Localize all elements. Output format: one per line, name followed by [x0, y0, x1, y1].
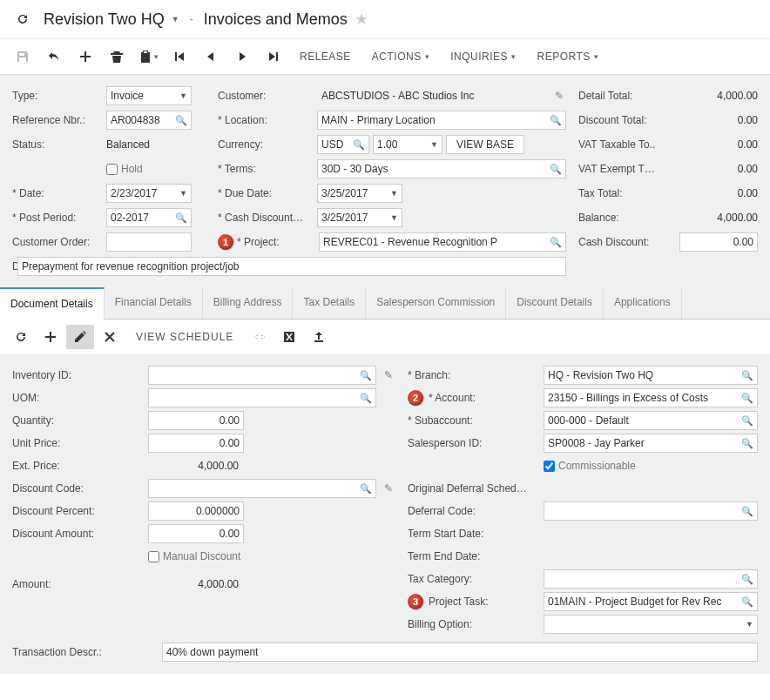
view-schedule-button[interactable]: VIEW SCHEDULE	[125, 326, 244, 348]
amount-value: 4,000.00	[148, 578, 244, 590]
extprice-value: 4,000.00	[148, 460, 244, 472]
save-icon[interactable]	[9, 44, 37, 69]
duedate-input[interactable]: 3/25/2017▼	[317, 184, 402, 203]
favorite-star-icon[interactable]: ★	[355, 10, 368, 29]
defercode-label: Deferral Code:	[408, 505, 538, 517]
discount-total-label: Discount Total:	[578, 114, 647, 126]
currency-input[interactable]: USD🔍	[317, 135, 369, 154]
location-input[interactable]: MAIN - Primary Location🔍	[317, 111, 566, 130]
qty-input[interactable]: 0.00	[148, 411, 244, 430]
cash-discount-label: Cash Discount:	[578, 236, 649, 248]
custorder-input[interactable]	[106, 232, 192, 252]
tab-billing-address[interactable]: Billing Address	[203, 287, 294, 319]
date-input[interactable]: 2/23/2017▼	[106, 184, 192, 203]
inquiries-menu[interactable]: INQUIRIES▾	[442, 45, 524, 68]
uom-label: UOM:	[12, 392, 143, 404]
account-input[interactable]: 23150 - Billings in Excess of Costs🔍	[544, 388, 758, 407]
transdesc-input[interactable]: 40% down payment	[162, 643, 758, 662]
delete-icon[interactable]	[103, 44, 131, 69]
callout-2: 2	[408, 390, 423, 406]
actions-menu[interactable]: ACTIONS▾	[363, 45, 438, 68]
terms-label: Terms:	[218, 163, 314, 175]
termend-label: Term End Date:	[408, 550, 538, 562]
custorder-label: Customer Order:	[12, 236, 103, 248]
grid-upload-icon[interactable]	[305, 325, 333, 349]
reports-menu[interactable]: REPORTS▾	[529, 45, 608, 68]
grid-export-icon[interactable]	[275, 325, 303, 349]
type-select[interactable]: Invoice▼	[106, 86, 192, 105]
next-record-icon[interactable]	[228, 44, 256, 69]
tab-salesperson-commission[interactable]: Salesperson Commission	[366, 287, 506, 319]
tab-discount-details[interactable]: Discount Details	[506, 287, 604, 319]
customer-edit-icon[interactable]: ✎	[552, 90, 566, 102]
grid-add-icon[interactable]	[37, 325, 64, 349]
inventory-label: Inventory ID:	[12, 369, 143, 381]
extprice-label: Ext. Price:	[12, 460, 143, 472]
grid-edit-icon[interactable]	[66, 325, 94, 349]
prev-record-icon[interactable]	[197, 44, 225, 69]
unitprice-input[interactable]: 0.00	[148, 434, 244, 453]
discpct-input[interactable]: 0.000000	[148, 501, 244, 521]
account-label: * Account:	[429, 392, 538, 404]
company-title[interactable]: Revision Two HQ	[44, 10, 165, 29]
grid-delete-icon[interactable]	[96, 325, 124, 349]
refresh-icon[interactable]	[9, 7, 37, 31]
taxcat-label: Tax Category:	[408, 573, 538, 585]
last-record-icon[interactable]	[260, 44, 287, 69]
transdesc-label: Transaction Descr.:	[12, 646, 157, 658]
currency-rate-input[interactable]: 1.00▼	[373, 135, 442, 154]
grid-refresh-icon[interactable]	[7, 325, 35, 349]
detail-total-label: Detail Total:	[578, 90, 632, 102]
status-value: Balanced	[106, 138, 150, 151]
project-input[interactable]: REVREC01 - Revenue Recognition P🔍	[319, 232, 566, 252]
disccode-edit-icon[interactable]: ✎	[382, 482, 395, 495]
project-label: Project:	[237, 236, 315, 248]
inventory-edit-icon[interactable]: ✎	[382, 369, 395, 381]
balance-label: Balance:	[578, 212, 619, 224]
cashdisc-label: Cash Discount…	[218, 212, 314, 224]
discamt-input[interactable]: 0.00	[148, 524, 244, 543]
add-icon[interactable]	[71, 44, 99, 69]
postperiod-input[interactable]: 02-2017🔍	[106, 208, 192, 227]
refnbr-label: Reference Nbr.:	[12, 114, 103, 126]
cashdisc-input[interactable]: 3/25/2017▼	[317, 208, 402, 227]
projecttask-input[interactable]: 01MAIN - Project Budget for Rev Rec🔍	[544, 592, 758, 611]
inventory-input[interactable]: 🔍	[148, 366, 376, 385]
taxcat-input[interactable]: 🔍	[544, 569, 758, 589]
branch-input[interactable]: HQ - Revision Two HQ🔍	[544, 366, 758, 385]
grid-fit-icon[interactable]	[246, 325, 274, 349]
currency-label: Currency:	[218, 138, 314, 151]
description-input[interactable]: Prepayment for revenue recognition proje…	[17, 257, 566, 276]
refnbr-input[interactable]: AR004838🔍	[106, 111, 192, 130]
duedate-label: Due Date:	[218, 187, 314, 199]
commissionable-checkbox[interactable]: Commissionable	[544, 460, 636, 472]
clipboard-icon[interactable]: ▾	[134, 44, 162, 69]
terms-input[interactable]: 30D - 30 Days🔍	[317, 159, 566, 178]
tab-applications[interactable]: Applications	[604, 287, 682, 319]
date-label: Date:	[12, 187, 103, 199]
hold-checkbox[interactable]: Hold	[106, 163, 143, 175]
release-button[interactable]: RELEASE	[291, 45, 360, 68]
unitprice-label: Unit Price:	[12, 437, 143, 449]
termstart-label: Term Start Date:	[408, 528, 538, 540]
billingopt-input[interactable]: ▼	[544, 615, 758, 634]
first-record-icon[interactable]	[165, 44, 193, 69]
disccode-input[interactable]: 🔍	[148, 479, 376, 498]
subaccount-label: * Subaccount:	[408, 414, 538, 427]
manualdisc-checkbox[interactable]: Manual Discount	[148, 550, 240, 562]
tab-document-details[interactable]: Document Details	[0, 287, 105, 320]
uom-input[interactable]: 🔍	[148, 388, 376, 407]
defercode-input[interactable]: 🔍	[544, 501, 758, 521]
tab-financial-details[interactable]: Financial Details	[105, 287, 203, 319]
cash-discount-input[interactable]: 0.00	[679, 232, 758, 252]
salesperson-input[interactable]: SP0008 - Jay Parker🔍	[544, 434, 758, 453]
qty-label: Quantity:	[12, 414, 143, 427]
amount-label: Amount:	[12, 578, 143, 590]
viewbase-button[interactable]: VIEW BASE	[446, 135, 524, 154]
subaccount-input[interactable]: 000-000 - Default🔍	[544, 411, 758, 430]
company-dropdown-icon[interactable]: ▼	[172, 15, 179, 24]
tab-tax-details[interactable]: Tax Details	[293, 287, 366, 319]
customer-value: ABCSTUDIOS - ABC Studios Inc	[317, 86, 549, 105]
undo-icon[interactable]	[40, 44, 68, 69]
tax-total-value: 0.00	[679, 187, 758, 199]
